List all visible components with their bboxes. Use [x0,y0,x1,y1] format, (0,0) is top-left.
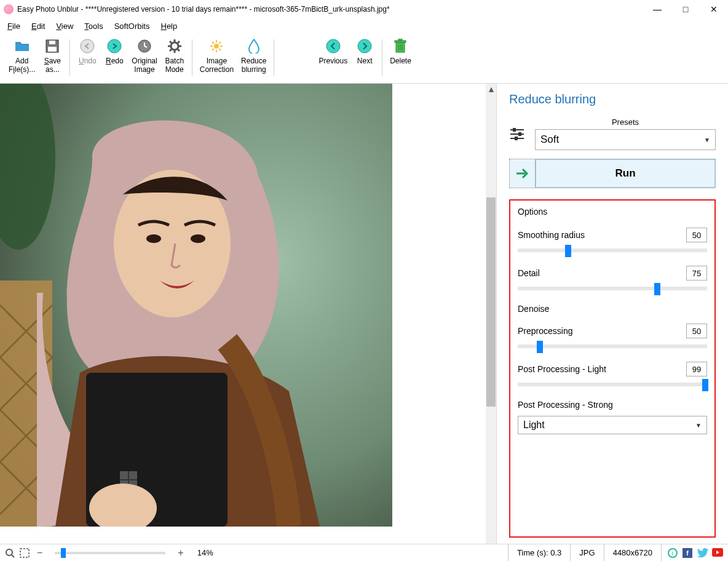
detail-value[interactable]: 75 [686,266,707,280]
detail-slider[interactable] [518,287,707,290]
chevron-down-icon: ▼ [704,137,710,143]
svg-rect-48 [120,471,128,479]
reduce-blurring-button[interactable]: Reduceblurring [239,37,269,75]
menu-softorbits[interactable]: SoftOrbits [114,22,150,31]
svg-rect-58 [515,137,518,140]
menu-tools[interactable]: Tools [84,22,103,31]
redo-icon [106,38,122,54]
chevron-down-icon: ▼ [695,422,702,429]
undo-icon [79,38,95,54]
menu-view[interactable]: View [56,22,73,31]
svg-point-6 [171,42,178,50]
svg-line-12 [178,49,180,51]
svg-point-15 [214,44,219,49]
close-button[interactable]: ✕ [700,0,728,18]
zoom-actual-icon[interactable] [5,548,15,558]
redo-button[interactable]: Redo [102,37,127,66]
next-icon [357,38,373,54]
svg-line-22 [212,49,214,50]
sliders-icon [509,126,525,142]
menu-help[interactable]: Help [160,22,177,31]
run-button[interactable]: Run [536,159,715,188]
status-dimensions: 4480x6720 [604,544,661,561]
original-image-button[interactable]: OriginalImage [129,37,159,75]
svg-line-23 [219,42,221,44]
title-bar: Easy Photo Unblur - ****Unregistered ver… [0,0,728,18]
brightness-icon [208,38,224,54]
delete-button[interactable]: Delete [387,37,414,66]
svg-line-21 [219,49,221,50]
clock-icon [136,38,152,54]
detail-label: Detail [518,268,540,278]
zoom-value: 14% [197,548,213,557]
smoothing-slider[interactable] [518,249,707,252]
status-format: JPG [570,544,603,561]
menu-file[interactable]: File [7,22,20,31]
options-group: Options Smoothing radius 50 Detail 75 De… [509,199,716,538]
svg-text:i: i [672,550,673,557]
add-files-button[interactable]: AddFile(s)... [6,37,38,75]
zoom-slider[interactable] [55,552,165,554]
youtube-icon[interactable] [712,548,722,558]
svg-line-14 [178,41,180,43]
run-arrow-icon [510,159,536,188]
vertical-scrollbar[interactable]: ▴ [486,84,496,544]
preset-value: Soft [540,133,559,146]
denoise-heading: Denoise [518,304,707,314]
svg-point-44 [146,234,161,243]
smoothing-label: Smoothing radius [518,230,585,240]
svg-line-13 [170,49,172,51]
batch-mode-button[interactable]: BatchMode [162,37,187,75]
previous-icon [325,38,341,54]
svg-rect-28 [398,39,402,41]
save-as-button[interactable]: Saveas... [40,37,65,75]
undo-button[interactable]: Undo [75,37,100,66]
preprocessing-value[interactable]: 50 [686,324,707,338]
post-strong-value: Light [523,420,545,431]
fit-screen-icon[interactable] [20,548,30,558]
gear-icon [167,38,183,54]
post-strong-select[interactable]: Light ▼ [518,416,707,434]
status-bar: − + 14% Time (s): 0.3 JPG 4480x6720 i f [0,544,728,561]
minimize-button[interactable]: — [643,0,671,18]
presets-label: Presets [535,117,716,127]
menu-bar: File Edit View Tools SoftOrbits Help [0,18,728,34]
folder-open-icon [14,38,30,54]
zoom-out-button[interactable]: − [34,547,45,559]
menu-edit[interactable]: Edit [31,22,45,31]
previous-button[interactable]: Previous [316,37,350,66]
scroll-thumb[interactable] [486,197,496,407]
image-correction-button[interactable]: ImageCorrection [197,37,236,75]
trash-icon [392,38,408,54]
droplet-icon [246,38,262,54]
svg-rect-57 [518,132,521,136]
window-title: Easy Photo Unblur - ****Unregistered ver… [17,5,643,14]
svg-point-4 [108,39,121,53]
right-panel: Reduce blurring Presets Soft ▼ Run Optio… [497,84,728,544]
info-icon[interactable]: i [668,548,678,558]
maximize-button[interactable]: □ [671,0,700,18]
preprocessing-slider[interactable] [518,344,707,348]
twitter-icon[interactable] [697,548,707,558]
panel-title: Reduce blurring [509,92,716,106]
svg-rect-61 [20,549,29,557]
preview-image [0,84,392,527]
toolbar: AddFile(s)... Saveas... Undo Redo Origin… [0,34,728,84]
scroll-up-icon[interactable]: ▴ [486,84,496,94]
status-time: Time (s): 0.3 [508,544,570,561]
svg-line-20 [212,42,214,44]
zoom-in-button[interactable]: + [175,547,186,559]
svg-rect-49 [129,471,137,479]
svg-line-11 [170,41,172,43]
canvas-area[interactable]: ▴ [0,84,497,544]
svg-point-45 [191,234,205,243]
preprocessing-label: Preprocessing [518,326,573,336]
svg-line-60 [12,555,14,557]
post-light-value[interactable]: 99 [686,362,707,376]
post-light-slider[interactable] [518,383,707,386]
smoothing-value[interactable]: 50 [686,228,707,242]
next-button[interactable]: Next [352,37,377,66]
post-light-label: Post Processing - Light [518,364,606,374]
preset-select[interactable]: Soft ▼ [535,129,716,150]
facebook-icon[interactable]: f [682,548,692,558]
